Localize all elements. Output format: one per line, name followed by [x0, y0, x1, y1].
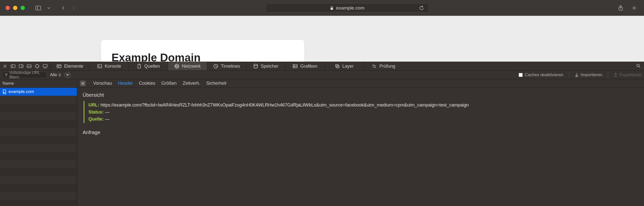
import-button[interactable]: Importieren	[575, 72, 602, 77]
browser-toolbar: example.com	[0, 0, 644, 16]
svg-rect-32	[336, 64, 338, 67]
tab-audit[interactable]: Prüfung	[364, 62, 403, 70]
filter-options-button[interactable]	[65, 72, 71, 78]
filter-icon	[5, 73, 8, 77]
dock-bottom-button[interactable]	[26, 63, 33, 70]
detail-tab-timing[interactable]: Zeitverh.	[183, 81, 200, 86]
detail-tab-headers[interactable]: Header	[118, 81, 133, 86]
svg-line-35	[639, 66, 640, 67]
minimize-window-button[interactable]	[13, 6, 17, 10]
detail-tab-security[interactable]: Sicherheit	[206, 81, 226, 86]
element-picker-button[interactable]	[34, 63, 41, 70]
svg-marker-36	[5, 74, 8, 76]
svg-rect-25	[98, 64, 102, 68]
tab-console[interactable]: Konsole	[90, 62, 129, 70]
overview-status-row: Status: —	[88, 109, 638, 116]
request-section-title: Anfrage	[83, 130, 638, 135]
devtools-tab-bar: Elemente Konsole Quellen Netzwerk Timeli…	[0, 62, 644, 71]
tab-layers[interactable]: Layer	[325, 62, 364, 70]
overview-title: Übersicht	[83, 92, 638, 98]
overview-section: Übersicht URL: https://example.com/?fbcl…	[77, 88, 644, 125]
close-window-button[interactable]	[6, 6, 10, 10]
dock-left-button[interactable]	[10, 63, 17, 70]
forward-button[interactable]	[70, 4, 78, 12]
tab-graphics[interactable]: Grafiken	[286, 62, 325, 70]
new-tab-button[interactable]	[630, 4, 638, 12]
tab-elements[interactable]: Elemente	[50, 62, 90, 70]
close-details-button[interactable]	[80, 81, 86, 86]
detail-tab-sizes[interactable]: Größen	[161, 81, 177, 86]
disable-caches-checkbox[interactable]: Caches deaktivieren	[519, 72, 563, 77]
svg-rect-22	[57, 65, 61, 68]
tab-storage[interactable]: Speicher	[246, 62, 286, 70]
network-filter-bar: Vollständige URL filtern Alle Caches dea…	[0, 71, 644, 79]
back-button[interactable]	[59, 4, 68, 12]
request-details-pane: Vorschau Header Cookies Größen Zeitverh.…	[77, 79, 644, 206]
svg-rect-11	[19, 65, 23, 68]
address-bar[interactable]: example.com	[266, 4, 429, 12]
tab-timelines[interactable]: Timelines	[207, 62, 246, 70]
search-button[interactable]	[636, 63, 644, 69]
filter-type-all[interactable]: Alle	[50, 72, 61, 77]
share-button[interactable]	[616, 4, 625, 12]
tab-group-dropdown[interactable]	[44, 4, 53, 12]
export-button[interactable]: Exportieren	[614, 72, 641, 77]
document-icon	[3, 89, 7, 94]
request-section: Anfrage	[77, 125, 644, 140]
close-devtools-button[interactable]	[2, 63, 9, 70]
sidebar-toggle-button[interactable]	[34, 4, 42, 12]
svg-rect-2	[331, 8, 333, 10]
page-card: Example Domain	[101, 40, 304, 62]
tab-network[interactable]: Netzwerk	[168, 62, 207, 70]
reload-button[interactable]	[417, 4, 426, 12]
request-item-example[interactable]: example.com	[0, 88, 77, 96]
tab-sources[interactable]: Quellen	[129, 62, 168, 70]
url-filter-input[interactable]: Vollständige URL filtern	[3, 72, 46, 78]
page-title: Example Domain	[112, 51, 294, 62]
svg-point-31	[294, 65, 295, 66]
dock-right-button[interactable]	[18, 63, 25, 70]
svg-rect-0	[36, 6, 41, 10]
overview-url-row: URL: https://example.com/?fbclid=IwAR4He…	[88, 101, 638, 109]
updown-icon	[59, 73, 61, 77]
responsive-mode-button[interactable]	[42, 63, 49, 70]
page-content-area: Example Domain	[0, 16, 644, 62]
request-list-sidebar: Name example.com	[0, 79, 77, 206]
traffic-lights	[6, 6, 25, 10]
request-list-header: Name	[0, 79, 77, 88]
lock-icon	[330, 6, 334, 10]
svg-point-29	[254, 64, 257, 66]
svg-rect-9	[11, 65, 15, 68]
svg-rect-20	[43, 64, 47, 67]
detail-tab-cookies[interactable]: Cookies	[139, 81, 155, 86]
detail-tab-preview[interactable]: Vorschau	[93, 81, 112, 86]
address-bar-domain: example.com	[336, 5, 364, 11]
svg-rect-13	[27, 65, 31, 68]
overview-source-row: Quelle: —	[88, 116, 638, 123]
import-icon	[575, 73, 579, 77]
maximize-window-button[interactable]	[21, 6, 25, 10]
export-icon	[614, 73, 618, 77]
svg-rect-33	[337, 65, 339, 68]
